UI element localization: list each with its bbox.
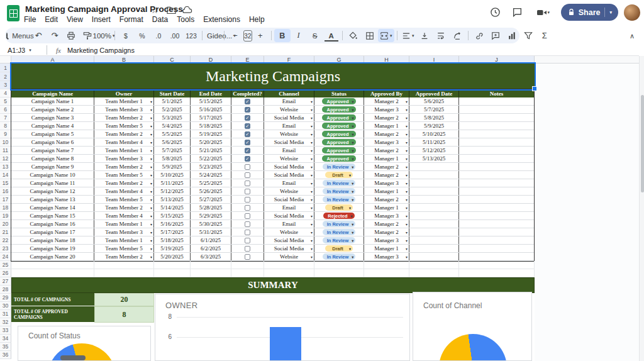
channel-dropdown-cell[interactable]: Email▾ [264,122,314,130]
start-date-cell[interactable]: 5/6/2025 [154,138,191,146]
owner-dropdown-cell[interactable]: Team Member 3▾ [94,228,154,236]
status-chip[interactable]: Approved▾ [322,123,355,129]
row-header-35[interactable]: 35 [0,343,11,351]
campaign-name-cell[interactable]: Campaign Name 5 [11,130,94,138]
status-chip[interactable]: In Review▾ [323,180,356,186]
table-header-status[interactable]: Status [314,89,364,97]
start-date-cell[interactable]: 5/10/2025 [154,171,191,179]
owner-dropdown-cell[interactable]: Team Member 3▾ [94,155,154,162]
campaign-name-cell[interactable]: Campaign Name 9 [11,163,94,170]
start-date-cell[interactable]: 5/7/2025 [154,147,191,154]
completed-checkbox[interactable] [245,238,250,243]
column-header-C[interactable]: C [154,56,191,64]
menu-extensions[interactable]: Extensions [199,14,245,25]
menu-edit[interactable]: Edit [40,14,62,25]
status-chip[interactable]: Approved▾ [322,155,355,162]
status-chip[interactable]: In Review▾ [323,188,356,194]
channel-dropdown-cell[interactable]: Social Media▾ [264,245,314,252]
campaign-name-cell[interactable]: Campaign Name 19 [11,245,94,252]
start-date-cell[interactable]: 5/20/2025 [154,253,191,260]
total-approved-label-cell[interactable]: TOTAL # OF APPROVED CAMPAIGNS [11,306,94,323]
approved-by-dropdown-cell[interactable]: Manager 2▾ [364,171,409,179]
start-date-cell[interactable]: 5/18/2025 [154,236,191,244]
approved-by-dropdown-cell[interactable]: Manager 1▾ [364,155,409,162]
status-chip[interactable]: Draft▾ [325,172,353,178]
row-header-8[interactable]: 8 [0,122,11,130]
row-header-2[interactable]: 2 [0,72,11,81]
total-campaigns-label-cell[interactable]: TOTAL # OF CAMPAIGNS [11,293,94,306]
row-header-25[interactable]: 25 [0,261,11,269]
completed-checkbox-cell[interactable]: ✓ [231,114,264,121]
status-chip[interactable]: Approved▾ [322,131,355,137]
completed-checkbox-cell[interactable] [231,171,264,179]
status-chip-cell[interactable]: In Review▾ [314,253,364,260]
completed-checkbox[interactable]: ✓ [245,99,250,104]
account-avatar[interactable] [624,4,640,21]
row-header-4[interactable]: 4 [0,89,11,97]
owner-dropdown-cell[interactable]: Team Member 1▾ [94,97,154,105]
approved-by-dropdown-cell[interactable]: Manager 2▾ [364,97,409,105]
channel-dropdown-cell[interactable]: Email▾ [264,179,314,187]
row-header-17[interactable]: 17 [0,196,11,204]
hide-menus-button[interactable]: ∧ [625,29,639,43]
column-header-G[interactable]: G [314,56,364,64]
notes-cell[interactable] [459,138,535,146]
channel-dropdown-cell[interactable]: Website▾ [264,187,314,195]
campaign-name-cell[interactable]: Campaign Name 17 [11,228,94,236]
menu-tools[interactable]: Tools [172,14,199,25]
status-chip-cell[interactable]: In Review▾ [314,228,364,236]
empty-row[interactable] [11,261,535,269]
approved-date-cell[interactable] [409,196,459,203]
approved-date-cell[interactable]: 5/7/2025 [409,106,459,113]
campaign-name-cell[interactable]: Campaign Name 6 [11,138,94,146]
campaign-name-cell[interactable]: Campaign Name 13 [11,196,94,203]
formula-input[interactable]: Marketing Campaigns [67,47,135,54]
channel-dropdown-cell[interactable]: Social Media▾ [264,171,314,179]
completed-checkbox-cell[interactable] [231,253,264,260]
star-icon[interactable]: ☆ [150,5,160,15]
completed-checkbox[interactable]: ✓ [245,115,250,121]
owner-dropdown-cell[interactable]: Team Member 4▾ [94,138,154,146]
column-header-E[interactable]: E [231,56,264,64]
status-chip-cell[interactable]: In Review▾ [314,163,364,170]
start-date-cell[interactable]: 5/5/2025 [154,130,191,138]
approved-date-cell[interactable] [409,204,459,211]
end-date-cell[interactable]: 5/29/2025 [191,212,231,219]
column-header-F[interactable]: F [264,56,314,64]
text-wrap-button[interactable] [433,29,449,42]
campaign-name-cell[interactable]: Campaign Name 20 [11,253,94,260]
status-chip[interactable]: In Review▾ [323,196,356,203]
channel-dropdown-cell[interactable]: Website▾ [264,106,314,113]
notes-cell[interactable] [459,130,535,138]
end-date-cell[interactable]: 6/1/2025 [191,236,231,244]
notes-cell[interactable] [459,220,535,228]
format-percent-button[interactable]: % [134,29,150,42]
completed-checkbox-cell[interactable]: ✓ [231,147,264,154]
approved-by-dropdown-cell[interactable]: Manager 2▾ [364,147,409,154]
menu-format[interactable]: Format [115,14,148,25]
end-date-cell[interactable]: 5/26/2025 [191,187,231,195]
campaign-name-cell[interactable]: Campaign Name 15 [11,212,94,219]
start-date-cell[interactable]: 5/11/2025 [154,179,191,187]
start-date-cell[interactable]: 5/17/2025 [154,228,191,236]
status-chip-cell[interactable]: In Review▾ [314,236,364,244]
status-chip[interactable]: Approved▾ [322,98,355,104]
completed-checkbox-cell[interactable] [231,196,264,203]
meet-presentation-button[interactable]: ▾ [531,4,555,21]
channel-dropdown-cell[interactable]: Website▾ [264,155,314,162]
row-header-31[interactable]: 31 [0,310,11,318]
owner-dropdown-cell[interactable]: Team Member 3▾ [94,106,154,113]
table-header-start-date[interactable]: Start Date [154,89,191,97]
channel-dropdown-cell[interactable]: Social Media▾ [264,196,314,203]
start-date-cell[interactable]: 5/12/2025 [154,187,191,195]
completed-checkbox[interactable]: ✓ [245,140,250,145]
end-date-cell[interactable]: 5/20/2025 [191,138,231,146]
status-chip-cell[interactable]: Rejected▾ [314,212,364,219]
campaign-name-cell[interactable]: Campaign Name 8 [11,155,94,162]
approved-date-cell[interactable] [409,187,459,195]
select-all-corner[interactable] [0,56,11,64]
banner-cell[interactable]: Marketing Campaigns [11,64,535,89]
owner-dropdown-cell[interactable]: Team Member 2▾ [94,253,154,260]
increase-decimal-button[interactable]: .00 [167,29,183,42]
completed-checkbox-cell[interactable]: ✓ [231,97,264,105]
